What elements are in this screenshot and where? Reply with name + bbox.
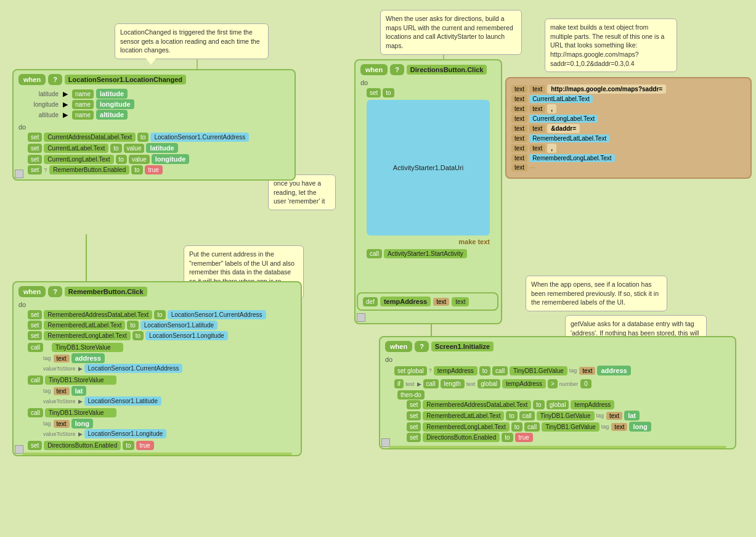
- getval-tag-label: tag: [569, 367, 577, 374]
- tag-value-long: long: [71, 419, 93, 428]
- store-3-tag-row: tag text long: [43, 419, 296, 428]
- then-rem-address-target: RememberedAddressDataLabel.Text: [423, 400, 531, 409]
- current-long-val: CurrentLongLabel.Text: [529, 115, 598, 123]
- help-icon-remember[interactable]: ?: [48, 286, 62, 297]
- then-call-kw-2: call: [519, 411, 535, 420]
- then-set-kw-2: set: [407, 411, 421, 420]
- if-kw: if: [394, 379, 404, 388]
- def-temp-group: def tempAddress text text: [357, 292, 498, 311]
- store-1-val-row: valueToStore ▶ LocationSensor1.CurrentAd…: [43, 364, 296, 373]
- help-icon-location[interactable]: ?: [48, 74, 62, 85]
- set-kw-1: set: [28, 133, 42, 142]
- rem-lat-target: RememberedLatLabel.Text: [44, 321, 125, 330]
- arrow-1: ▶: [78, 366, 83, 372]
- make-text-rem-lat-row: text RememberedLatLabel.Text: [511, 134, 746, 142]
- store-3-target: TinyDB1.StoreValue: [45, 408, 116, 417]
- make-text-lat-row: text CurrentLatLabel.Text: [511, 95, 746, 103]
- make-text-empty-row: text: [511, 163, 746, 171]
- then-global-kw-1: global: [547, 400, 569, 409]
- set-rem-lat-row: set RememberedLatLabel.Text to LocationS…: [28, 321, 296, 330]
- set-kw-5: set: [28, 310, 42, 319]
- then-to-kw-3: to: [511, 422, 522, 432]
- param-name-latitude: latitude: [96, 89, 128, 99]
- store-2-val-row: valueToStore ▶ LocationSensor1.Latitude: [43, 396, 296, 406]
- then-do-kw: then-do: [397, 390, 425, 400]
- getval-text-kw: text: [579, 367, 595, 375]
- screen-event-label: Screen1.Initialize: [431, 342, 494, 351]
- daddr-value: &daddr=: [547, 124, 580, 133]
- then-getval-lat: TinyDB1.GetValue: [537, 411, 595, 420]
- scrollbar-2[interactable]: [22, 453, 292, 455]
- latitude-value: latitude: [146, 143, 177, 153]
- param-latitude-row: latitude ▶ name latitude: [31, 89, 290, 99]
- name-keyword-lat: name: [72, 89, 94, 99]
- gt-block: >: [548, 379, 558, 388]
- then-getval-long: TinyDB1.GetValue: [542, 422, 600, 432]
- tag-label-3: tag: [43, 420, 51, 427]
- comma-1-value: ,: [547, 104, 556, 113]
- global-temp-if: tempAddress: [502, 379, 546, 388]
- then-call-kw-3: call: [524, 422, 540, 432]
- tag-label-2: tag: [43, 388, 51, 394]
- call-kw-2: call: [28, 375, 43, 385]
- set-activity-row: set to: [367, 88, 496, 97]
- set-kw-9: set: [367, 88, 381, 97]
- call-getval-kw: call: [492, 366, 508, 375]
- text-kw-rem-lat: text: [511, 134, 527, 142]
- to-kw-6: to: [127, 321, 138, 330]
- make-text-block: text text http://maps.google.com/maps?sa…: [505, 77, 752, 179]
- set-current-lat-row: set CurrentLatLabel.Text to value latitu…: [28, 143, 290, 153]
- to-kw-1: to: [137, 133, 148, 142]
- temp-address-label: tempAddress: [380, 297, 431, 306]
- text-tag-3: text: [54, 420, 70, 428]
- text-kw-daddr: text: [511, 125, 527, 133]
- then-set-directions-row: set DirectionsButton.Enabled to true: [407, 433, 730, 442]
- to-kw-7: to: [132, 331, 144, 340]
- name-keyword-lon: name: [72, 100, 94, 109]
- store-1-value: LocationSensor1.CurrentAddress: [84, 364, 183, 373]
- location-changed-group: when ? LocationSensor1.LocationChanged l…: [12, 69, 296, 181]
- param-altitude-row: altitude ▶ name altitude: [31, 110, 290, 120]
- text-kw-rem-long: text: [511, 154, 527, 162]
- rem-address-target: RememberedAddressDataLabel.Text: [44, 310, 152, 319]
- rem-long-target: RememberedLongLabel.Text: [44, 331, 130, 340]
- to-kw-5: to: [154, 310, 165, 319]
- then-to-kw-1: to: [533, 400, 544, 409]
- call-store-3-row: call TinyDB1.StoreValue: [28, 408, 296, 417]
- then-set-address-row: set RememberedAddressDataLabel.Text to g…: [407, 400, 730, 409]
- directions-enabled-target: DirectionsButton.Enabled: [44, 441, 121, 450]
- help-icon-screen[interactable]: ?: [415, 341, 429, 352]
- make-text-label-row: make text: [367, 238, 490, 245]
- call-store-2-row: call TinyDB1.StoreValue: [28, 375, 296, 385]
- store-2-target: TinyDB1.StoreValue: [45, 375, 116, 385]
- text-kw-comma2: text: [511, 144, 527, 152]
- do-label-3: do: [360, 79, 368, 86]
- scrollbar-4[interactable]: [389, 446, 726, 448]
- tag-value-address: address: [71, 353, 105, 363]
- then-set-lat-row: set RememberedLatLabel.Text to call Tiny…: [407, 411, 730, 420]
- call-store-1-row: call TinyDB1.StoreValue: [28, 343, 296, 352]
- current-lat-target: CurrentLatLabel.Text: [44, 144, 108, 153]
- call-length-kw: call: [423, 379, 439, 388]
- set-rem-long-row: set RememberedLongLabel.Text to Location…: [28, 331, 296, 340]
- text-kw-comma2b: text: [529, 144, 545, 152]
- minimize-btn-3[interactable]: [357, 313, 365, 322]
- comment-screen-init: When the app opens, see if a location ha…: [526, 276, 667, 311]
- to-kw-2: to: [110, 144, 121, 153]
- current-address-value: LocationSensor1.CurrentAddress: [150, 133, 249, 142]
- value-kw-2: value: [124, 144, 145, 153]
- rem-long-value: LocationSensor1.Longitude: [145, 331, 228, 340]
- to-kw-9: to: [383, 88, 394, 97]
- comment-location-changed: LocationChanged is triggered the first t…: [115, 23, 269, 59]
- then-temp-val-1: tempAddress: [571, 400, 614, 409]
- text-kw-url: text: [511, 85, 527, 93]
- to-global-kw: to: [479, 366, 490, 375]
- def-type-value: text: [452, 297, 469, 306]
- to-kw-3: to: [116, 155, 127, 164]
- param-label-longitude: longitude: [31, 101, 59, 108]
- minimize-btn-1[interactable]: [15, 170, 23, 178]
- getval-target: TinyDB1.GetValue: [510, 366, 567, 375]
- longitude-value: longitude: [152, 154, 190, 164]
- global-kw-if: global: [478, 379, 500, 388]
- help-icon-directions[interactable]: ?: [390, 64, 404, 75]
